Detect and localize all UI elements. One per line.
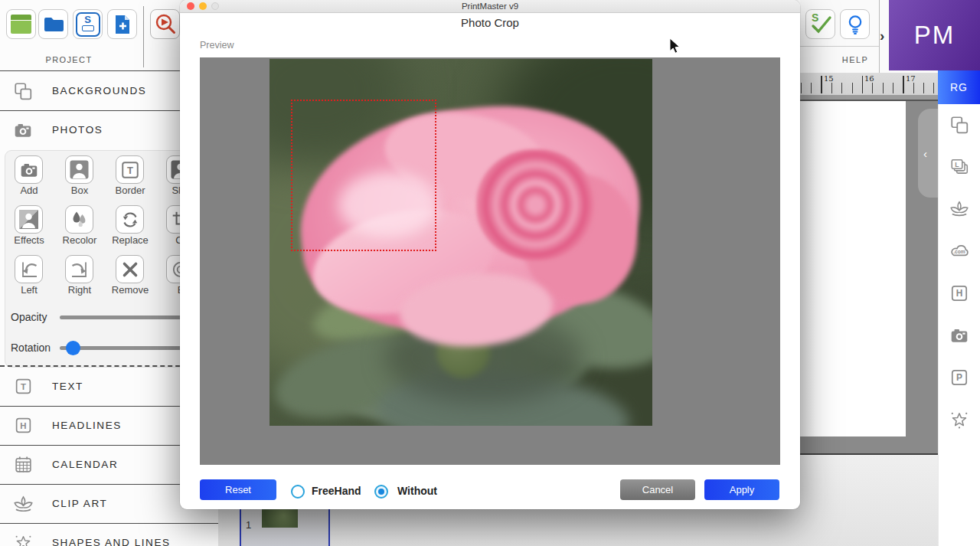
tool-border-button[interactable]: T [116,155,144,184]
tool-label: Right [52,284,107,296]
tool-box-button[interactable] [65,155,93,184]
cancel-button-label: Cancel [642,484,673,495]
calendar-icon [14,455,33,474]
chevron-left-icon: ‹ [923,147,927,160]
help-vdivider [879,0,880,73]
tool-label: Box [52,185,107,196]
tool-label: Left [2,284,57,296]
new-project-button[interactable] [6,9,36,39]
sidebar-item-label: BACKGROUNDS [52,85,146,96]
cloud-com-icon: .com [949,241,969,261]
tool-label: Remove [103,284,158,296]
project-section-label: PROJECT [42,55,96,64]
rotate-right-icon [70,260,90,280]
without-radio-dot [378,489,384,495]
cloud-com-glyph: .com [953,249,965,254]
pages-glyph: P [956,372,962,383]
dialog-titlebar[interactable]: PrintMaster v9 [180,0,800,13]
photo-crop-dialog: PrintMaster v9 Photo Crop Preview [180,0,800,509]
freehand-radio[interactable] [291,485,305,499]
tool-rotate-left-button[interactable] [15,255,43,283]
ruler-major-tick [821,76,822,93]
rail-clipart-button[interactable] [949,199,969,219]
rail-pages-button[interactable]: P [949,368,969,387]
tool-effects-button[interactable] [15,205,43,234]
crop-selection-rect[interactable] [291,100,436,251]
headlines-glyph: H [20,421,26,430]
reset-button[interactable]: Reset [200,479,276,500]
open-project-button[interactable] [38,9,68,39]
layers-icon: L [949,157,969,177]
page-number: 1 [246,519,251,531]
add-page-icon [113,14,132,35]
photo-effects-icon [19,210,38,229]
tool-label: Replace [103,234,158,246]
headlines-icon: H [949,283,969,303]
tool-remove-button[interactable] [116,255,144,283]
check-icon [809,13,832,36]
apply-button[interactable]: Apply [704,479,779,500]
cancel-button[interactable]: Cancel [620,479,695,500]
app-window: 1 S › HELP PM 15 16 17 [0,0,980,546]
horizontal-ruler: 15 16 17 [800,73,938,101]
rail-cloud-button[interactable]: .com [949,241,969,261]
recolor-icon [70,210,90,230]
layers-glyph: L [955,161,959,168]
rotation-slider-thumb[interactable] [66,341,80,355]
ruler-major-tick [903,76,904,93]
photo-preview[interactable] [270,59,652,426]
backgrounds-icon [949,115,969,135]
sparkle-star-icon [949,410,969,430]
sidebar-item-label: PHOTOS [52,124,103,136]
tips-button[interactable] [840,9,870,39]
expand-chevron[interactable]: › [880,28,884,44]
pm-logo-text: PM [914,21,956,50]
tool-label: Recolor [52,234,107,246]
sidebar-item-shapes[interactable]: SHAPES AND LINES [0,523,218,546]
spellcheck-button[interactable]: S [805,9,835,39]
headlines-glyph: H [956,288,963,299]
page-thumbnail[interactable]: 1 [240,505,330,546]
dialog-title: Photo Crop [180,16,800,29]
page-thumbnail-image [262,507,298,528]
rail-photos-button[interactable] [949,325,969,345]
tool-recolor-button[interactable] [65,205,93,234]
sidebar-item-label: TEXT [52,381,83,392]
photos-icon [13,120,33,140]
rg-badge[interactable]: RG [938,70,980,104]
folder-icon [43,15,64,33]
without-radio-label[interactable]: Without [397,485,437,497]
save-project-button[interactable]: S [73,9,103,39]
rg-badge-text: RG [950,81,968,93]
ruler-major-tick [862,76,864,93]
sidebar-item-label: SHAPES AND LINES [52,537,171,546]
ruler-label: 17 [906,74,916,83]
border-glyph: T [127,164,133,175]
reset-button-label: Reset [225,484,251,495]
tool-add-button[interactable] [15,155,43,184]
rail-backgrounds-button[interactable] [949,115,969,135]
freehand-radio-label[interactable]: FreeHand [312,485,361,497]
tool-replace-button[interactable] [116,205,144,234]
panel-collapse-tab[interactable]: ‹ [918,109,939,198]
preview-button[interactable] [150,9,180,39]
text-icon: T [14,377,33,396]
lightbulb-icon [845,14,865,35]
ruler-label: 15 [824,74,834,83]
text-glyph: T [21,382,26,391]
rail-layers-button[interactable]: L [949,157,969,177]
add-page-button[interactable] [107,9,137,39]
rail-shapes-button[interactable] [949,410,969,430]
without-radio[interactable] [374,485,388,499]
save-glyph: S [84,15,91,25]
rail-headlines-button[interactable]: H [949,283,969,303]
photo-box-icon [70,160,89,179]
pm-logo: PM [889,0,980,70]
tool-rotate-right-button[interactable] [65,255,93,283]
tool-label: Border [103,185,158,196]
add-photo-icon [19,160,39,180]
lotus-icon [13,494,34,515]
preview-icon [154,13,177,36]
help-divider [800,46,879,47]
pages-icon: P [949,368,969,387]
